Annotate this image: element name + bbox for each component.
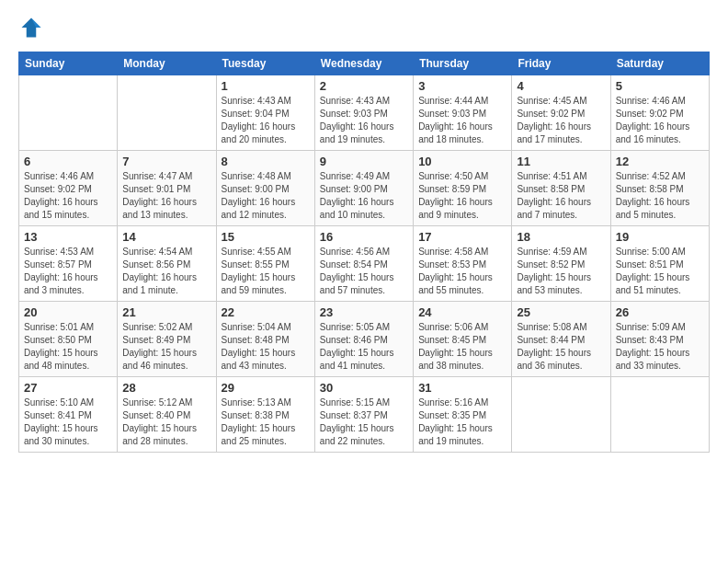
- day-info: Sunrise: 5:15 AMSunset: 8:37 PMDaylight:…: [320, 396, 408, 448]
- calendar-cell: 14Sunrise: 4:54 AMSunset: 8:56 PMDayligh…: [118, 226, 216, 302]
- calendar-cell: 21Sunrise: 5:02 AMSunset: 8:49 PMDayligh…: [118, 302, 216, 377]
- day-number: 7: [122, 155, 210, 168]
- day-number: 24: [418, 305, 506, 319]
- calendar-cell: 26Sunrise: 5:09 AMSunset: 8:43 PMDayligh…: [610, 302, 709, 377]
- calendar-cell: 1Sunrise: 4:43 AMSunset: 9:04 PMDaylight…: [216, 75, 314, 151]
- day-number: 1: [222, 79, 310, 93]
- day-number: 15: [222, 230, 310, 244]
- calendar-cell: 10Sunrise: 4:50 AMSunset: 8:59 PMDayligh…: [414, 151, 512, 226]
- header: [18, 15, 710, 40]
- calendar-cell: 22Sunrise: 5:04 AMSunset: 8:48 PMDayligh…: [216, 302, 314, 377]
- calendar-table: SundayMondayTuesdayWednesdayThursdayFrid…: [18, 52, 710, 453]
- calendar-cell: 15Sunrise: 4:55 AMSunset: 8:55 PMDayligh…: [216, 226, 314, 302]
- day-info: Sunrise: 5:06 AMSunset: 8:45 PMDaylight:…: [418, 321, 506, 373]
- day-info: Sunrise: 4:54 AMSunset: 8:56 PMDaylight:…: [122, 246, 210, 297]
- day-info: Sunrise: 4:43 AMSunset: 9:04 PMDaylight:…: [222, 95, 310, 146]
- calendar-header-row: SundayMondayTuesdayWednesdayThursdayFrid…: [19, 52, 710, 75]
- calendar-cell: 9Sunrise: 4:49 AMSunset: 9:00 PMDaylight…: [314, 151, 413, 226]
- day-number: 21: [122, 305, 210, 319]
- day-number: 16: [320, 230, 408, 244]
- day-info: Sunrise: 4:58 AMSunset: 8:53 PMDaylight:…: [418, 246, 506, 297]
- day-info: Sunrise: 5:16 AMSunset: 8:35 PMDaylight:…: [418, 396, 506, 448]
- calendar-cell: 5Sunrise: 4:46 AMSunset: 9:02 PMDaylight…: [610, 75, 709, 151]
- day-info: Sunrise: 4:51 AMSunset: 8:58 PMDaylight:…: [517, 170, 605, 222]
- day-number: 23: [320, 305, 408, 319]
- calendar-cell: 30Sunrise: 5:15 AMSunset: 8:37 PMDayligh…: [314, 377, 413, 453]
- calendar-cell: 27Sunrise: 5:10 AMSunset: 8:41 PMDayligh…: [19, 377, 118, 453]
- day-number: 9: [320, 155, 408, 168]
- day-number: 31: [418, 381, 506, 395]
- day-number: 18: [517, 230, 605, 244]
- calendar-cell: 8Sunrise: 4:48 AMSunset: 9:00 PMDaylight…: [216, 151, 314, 226]
- calendar-week-2: 6Sunrise: 4:46 AMSunset: 9:02 PMDaylight…: [19, 151, 710, 226]
- day-number: 12: [616, 155, 704, 168]
- calendar-cell: 16Sunrise: 4:56 AMSunset: 8:54 PMDayligh…: [314, 226, 413, 302]
- day-number: 6: [24, 155, 112, 168]
- calendar-cell: 29Sunrise: 5:13 AMSunset: 8:38 PMDayligh…: [216, 377, 314, 453]
- day-info: Sunrise: 4:47 AMSunset: 9:01 PMDaylight:…: [122, 170, 210, 222]
- calendar-header-wednesday: Wednesday: [314, 52, 413, 75]
- day-info: Sunrise: 5:02 AMSunset: 8:49 PMDaylight:…: [122, 321, 210, 373]
- calendar-cell: [118, 75, 216, 151]
- calendar-cell: 6Sunrise: 4:46 AMSunset: 9:02 PMDaylight…: [19, 151, 118, 226]
- day-info: Sunrise: 4:50 AMSunset: 8:59 PMDaylight:…: [418, 170, 506, 222]
- day-number: 26: [616, 305, 704, 319]
- day-number: 25: [517, 305, 605, 319]
- day-info: Sunrise: 5:04 AMSunset: 8:48 PMDaylight:…: [222, 321, 310, 373]
- calendar-week-3: 13Sunrise: 4:53 AMSunset: 8:57 PMDayligh…: [19, 226, 710, 302]
- calendar-cell: 2Sunrise: 4:43 AMSunset: 9:03 PMDaylight…: [314, 75, 413, 151]
- calendar-cell: 4Sunrise: 4:45 AMSunset: 9:02 PMDaylight…: [512, 75, 610, 151]
- day-info: Sunrise: 4:59 AMSunset: 8:52 PMDaylight:…: [517, 246, 605, 297]
- calendar-header-monday: Monday: [118, 52, 216, 75]
- day-number: 20: [24, 305, 112, 319]
- day-info: Sunrise: 4:46 AMSunset: 9:02 PMDaylight:…: [24, 170, 112, 222]
- day-info: Sunrise: 4:48 AMSunset: 9:00 PMDaylight:…: [222, 170, 310, 222]
- day-info: Sunrise: 4:52 AMSunset: 8:58 PMDaylight:…: [616, 170, 704, 222]
- calendar-week-4: 20Sunrise: 5:01 AMSunset: 8:50 PMDayligh…: [19, 302, 710, 377]
- day-number: 30: [320, 381, 408, 395]
- calendar-cell: 24Sunrise: 5:06 AMSunset: 8:45 PMDayligh…: [414, 302, 512, 377]
- logo: [18, 15, 50, 40]
- day-number: 28: [122, 381, 210, 395]
- calendar-cell: 18Sunrise: 4:59 AMSunset: 8:52 PMDayligh…: [512, 226, 610, 302]
- day-number: 13: [24, 230, 112, 244]
- day-number: 5: [616, 79, 704, 93]
- day-info: Sunrise: 5:10 AMSunset: 8:41 PMDaylight:…: [24, 396, 112, 448]
- calendar-cell: 12Sunrise: 4:52 AMSunset: 8:58 PMDayligh…: [610, 151, 709, 226]
- day-info: Sunrise: 4:46 AMSunset: 9:02 PMDaylight:…: [616, 95, 704, 146]
- day-number: 4: [517, 79, 605, 93]
- calendar-cell: 28Sunrise: 5:12 AMSunset: 8:40 PMDayligh…: [118, 377, 216, 453]
- day-info: Sunrise: 4:49 AMSunset: 9:00 PMDaylight:…: [320, 170, 408, 222]
- calendar-cell: 17Sunrise: 4:58 AMSunset: 8:53 PMDayligh…: [414, 226, 512, 302]
- calendar-cell: 25Sunrise: 5:08 AMSunset: 8:44 PMDayligh…: [512, 302, 610, 377]
- logo-icon: [18, 15, 44, 40]
- day-info: Sunrise: 4:45 AMSunset: 9:02 PMDaylight:…: [517, 95, 605, 146]
- day-info: Sunrise: 4:56 AMSunset: 8:54 PMDaylight:…: [320, 246, 408, 297]
- day-info: Sunrise: 5:00 AMSunset: 8:51 PMDaylight:…: [616, 246, 704, 297]
- day-number: 22: [222, 305, 310, 319]
- calendar-cell: 13Sunrise: 4:53 AMSunset: 8:57 PMDayligh…: [19, 226, 118, 302]
- day-info: Sunrise: 5:05 AMSunset: 8:46 PMDaylight:…: [320, 321, 408, 373]
- calendar-header-sunday: Sunday: [19, 52, 118, 75]
- day-info: Sunrise: 4:53 AMSunset: 8:57 PMDaylight:…: [24, 246, 112, 297]
- day-number: 2: [320, 79, 408, 93]
- day-number: 8: [222, 155, 310, 168]
- day-info: Sunrise: 5:13 AMSunset: 8:38 PMDaylight:…: [222, 396, 310, 448]
- calendar-cell: 3Sunrise: 4:44 AMSunset: 9:03 PMDaylight…: [414, 75, 512, 151]
- calendar-header-thursday: Thursday: [414, 52, 512, 75]
- day-number: 27: [24, 381, 112, 395]
- calendar-cell: 23Sunrise: 5:05 AMSunset: 8:46 PMDayligh…: [314, 302, 413, 377]
- day-number: 3: [418, 79, 506, 93]
- calendar-header-tuesday: Tuesday: [216, 52, 314, 75]
- calendar-header-saturday: Saturday: [610, 52, 709, 75]
- day-number: 14: [122, 230, 210, 244]
- calendar-week-5: 27Sunrise: 5:10 AMSunset: 8:41 PMDayligh…: [19, 377, 710, 453]
- day-info: Sunrise: 5:08 AMSunset: 8:44 PMDaylight:…: [517, 321, 605, 373]
- day-number: 19: [616, 230, 704, 244]
- day-number: 11: [517, 155, 605, 168]
- page: SundayMondayTuesdayWednesdayThursdayFrid…: [0, 0, 728, 563]
- day-info: Sunrise: 4:43 AMSunset: 9:03 PMDaylight:…: [320, 95, 408, 146]
- calendar-week-1: 1Sunrise: 4:43 AMSunset: 9:04 PMDaylight…: [19, 75, 710, 151]
- calendar-cell: 11Sunrise: 4:51 AMSunset: 8:58 PMDayligh…: [512, 151, 610, 226]
- day-info: Sunrise: 5:09 AMSunset: 8:43 PMDaylight:…: [616, 321, 704, 373]
